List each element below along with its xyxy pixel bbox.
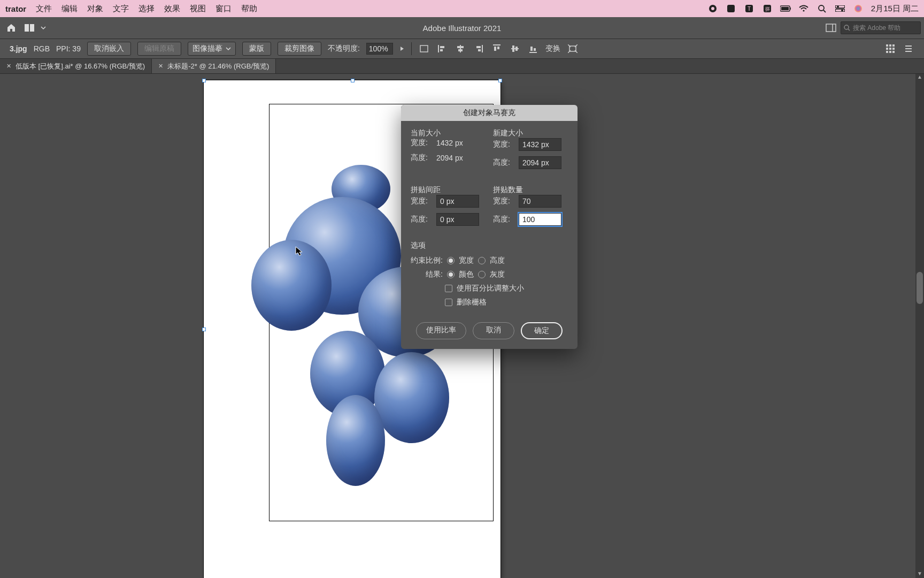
delete-raster-text: 删除栅格 bbox=[457, 298, 487, 307]
svg-rect-15 bbox=[835, 9, 845, 12]
new-size-heading: 新建大小 bbox=[493, 128, 523, 137]
svg-line-12 bbox=[823, 10, 826, 12]
delete-raster-checkbox[interactable] bbox=[445, 299, 452, 306]
svg-text:拼: 拼 bbox=[765, 6, 769, 12]
menu-effect[interactable]: 效果 bbox=[164, 4, 180, 14]
properties-grid-icon[interactable] bbox=[884, 43, 896, 55]
menu-select[interactable]: 选择 bbox=[138, 4, 155, 14]
panel-menu-icon[interactable] bbox=[903, 43, 914, 55]
align-left-icon[interactable] bbox=[436, 43, 448, 55]
svg-rect-55 bbox=[886, 51, 888, 53]
unembed-button[interactable]: 取消嵌入 bbox=[87, 42, 131, 56]
app-icon-1[interactable] bbox=[726, 3, 736, 14]
close-icon[interactable]: ✕ bbox=[6, 63, 11, 70]
opacity-label: 不透明度: bbox=[328, 44, 360, 54]
vertical-scrollbar[interactable]: ▲ ▼ bbox=[915, 74, 924, 578]
height-label: 高度: bbox=[411, 153, 433, 163]
help-search-input[interactable]: 搜索 Adobe 帮助 bbox=[841, 21, 921, 34]
app-icon-t[interactable]: T bbox=[744, 3, 754, 14]
svg-rect-9 bbox=[790, 7, 791, 10]
constrain-height-radio[interactable] bbox=[478, 257, 486, 264]
use-ratio-button[interactable]: 使用比率 bbox=[416, 322, 466, 339]
tab-document-1[interactable]: ✕ 低版本 [已恢复].ai* @ 16.67% (RGB/预览) bbox=[0, 59, 152, 73]
isolate-icon[interactable] bbox=[567, 43, 579, 55]
constrain-width-text: 宽度 bbox=[459, 256, 474, 265]
menu-view[interactable]: 视图 bbox=[190, 4, 206, 14]
align-top-icon[interactable] bbox=[491, 43, 503, 55]
svg-text:T: T bbox=[748, 6, 751, 12]
svg-rect-53 bbox=[889, 48, 891, 50]
result-gray-text: 灰度 bbox=[490, 270, 505, 279]
scroll-thumb[interactable] bbox=[917, 272, 923, 304]
new-height-input[interactable] bbox=[519, 156, 561, 169]
menu-file[interactable]: 文件 bbox=[36, 4, 52, 14]
battery-icon[interactable] bbox=[780, 3, 791, 14]
svg-point-11 bbox=[819, 5, 824, 11]
dialog-title[interactable]: 创建对象马赛克 bbox=[401, 105, 578, 121]
opacity-input[interactable] bbox=[366, 43, 393, 55]
menu-window[interactable]: 窗口 bbox=[215, 4, 232, 14]
constrain-height-text: 高度 bbox=[490, 256, 505, 265]
menu-type[interactable]: 文字 bbox=[113, 4, 129, 14]
svg-point-1 bbox=[711, 7, 714, 10]
close-icon[interactable]: ✕ bbox=[158, 63, 163, 70]
wifi-icon[interactable] bbox=[798, 3, 809, 14]
svg-point-10 bbox=[803, 10, 804, 11]
home-icon[interactable] bbox=[3, 20, 19, 36]
menu-edit[interactable]: 编辑 bbox=[61, 4, 78, 14]
mask-button[interactable]: 蒙版 bbox=[242, 42, 271, 56]
svg-rect-41 bbox=[529, 52, 537, 53]
menubar-date[interactable]: 2月15日 周二 bbox=[871, 4, 919, 14]
width-label: 宽度: bbox=[411, 138, 433, 148]
result-gray-radio[interactable] bbox=[478, 271, 486, 278]
constrain-width-radio[interactable] bbox=[447, 257, 455, 264]
height-label: 高度: bbox=[493, 215, 515, 224]
svg-rect-35 bbox=[493, 44, 500, 45]
spacing-width-input[interactable] bbox=[436, 195, 479, 208]
svg-line-24 bbox=[848, 29, 850, 31]
menu-object[interactable]: 对象 bbox=[87, 4, 103, 14]
opacity-arrow-icon[interactable] bbox=[399, 45, 405, 52]
siri-icon[interactable] bbox=[853, 3, 864, 14]
cancel-button[interactable]: 取消 bbox=[473, 322, 514, 339]
menu-help[interactable]: 帮助 bbox=[241, 4, 257, 14]
new-width-input[interactable] bbox=[519, 138, 561, 151]
record-icon[interactable] bbox=[707, 3, 718, 14]
edit-original-button[interactable]: 编辑原稿 bbox=[137, 42, 181, 56]
align-right-icon[interactable] bbox=[473, 43, 484, 55]
tab-document-2[interactable]: ✕ 未标题-2* @ 21.46% (RGB/预览) bbox=[152, 59, 276, 73]
search-icon[interactable] bbox=[817, 3, 827, 14]
resize-percent-text: 使用百分比调整大小 bbox=[457, 284, 524, 293]
current-size-heading: 当前大小 bbox=[411, 128, 441, 137]
image-trace-dropdown[interactable]: 图像描摹 bbox=[188, 42, 236, 56]
svg-rect-20 bbox=[30, 24, 34, 32]
transform-label[interactable]: 变换 bbox=[545, 44, 560, 54]
tiles-height-input[interactable] bbox=[519, 213, 561, 226]
control-center-icon[interactable] bbox=[835, 3, 845, 14]
scroll-down-icon[interactable]: ▼ bbox=[915, 571, 924, 578]
ok-button[interactable]: 确定 bbox=[521, 322, 563, 339]
scroll-up-icon[interactable]: ▲ bbox=[915, 74, 924, 81]
align-vcenter-icon[interactable] bbox=[509, 43, 521, 55]
align-bottom-icon[interactable] bbox=[527, 43, 539, 55]
tab-label: 低版本 [已恢复].ai* @ 16.67% (RGB/预览) bbox=[16, 62, 145, 71]
app-icon-pin[interactable]: 拼 bbox=[762, 3, 773, 14]
workspace-icon[interactable] bbox=[826, 24, 836, 32]
resize-percent-checkbox[interactable] bbox=[445, 285, 452, 292]
svg-point-14 bbox=[837, 6, 839, 8]
tab-label: 未标题-2* @ 21.46% (RGB/预览) bbox=[167, 62, 269, 71]
svg-rect-27 bbox=[440, 46, 444, 48]
svg-rect-42 bbox=[530, 47, 533, 51]
align-hcenter-icon[interactable] bbox=[455, 43, 466, 55]
width-label: 宽度: bbox=[411, 196, 433, 206]
height-label: 高度: bbox=[493, 158, 515, 168]
svg-rect-31 bbox=[458, 49, 463, 51]
tiles-width-input[interactable] bbox=[519, 195, 561, 208]
svg-rect-52 bbox=[886, 48, 888, 50]
spacing-height-input[interactable] bbox=[436, 213, 479, 226]
result-label: 结果: bbox=[426, 270, 443, 279]
arrange-documents-icon[interactable] bbox=[25, 23, 46, 33]
crop-image-button[interactable]: 裁剪图像 bbox=[278, 42, 321, 56]
align-dropdown-icon[interactable] bbox=[418, 43, 430, 55]
result-color-radio[interactable] bbox=[447, 271, 455, 278]
